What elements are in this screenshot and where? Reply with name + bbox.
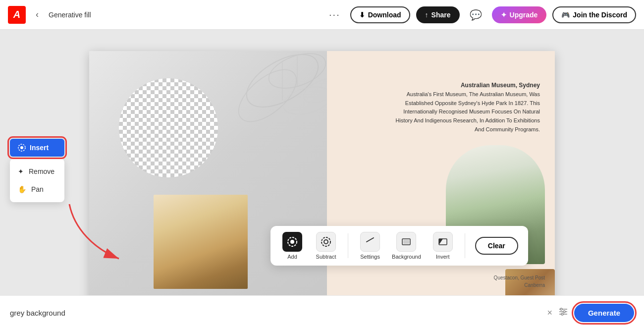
remove-icon: ✦ xyxy=(18,167,24,175)
museum-title: Australian Museum, Sydney xyxy=(391,81,540,90)
background-tool[interactable]: Background xyxy=(392,232,421,260)
left-panel xyxy=(89,51,327,309)
adobe-logo: A xyxy=(8,6,26,24)
botanical-photo xyxy=(154,195,248,289)
upgrade-button[interactable]: ✦ Upgrade xyxy=(492,6,547,23)
add-label: Add xyxy=(287,254,297,260)
prompt-settings-button[interactable] xyxy=(558,307,568,319)
back-button[interactable]: ‹ xyxy=(32,7,43,22)
svg-point-2 xyxy=(230,60,305,131)
svg-rect-13 xyxy=(403,240,409,244)
background-icon xyxy=(396,232,416,252)
transparent-selection xyxy=(119,78,218,177)
prompt-input[interactable] xyxy=(10,309,541,317)
subtract-label: Subtract xyxy=(316,254,336,260)
download-icon: ⬇ xyxy=(359,11,365,19)
share-icon: ↑ xyxy=(425,11,429,19)
settings-label: Settings xyxy=(360,254,380,260)
background-label: Background xyxy=(392,254,421,260)
page-title: Generative fill xyxy=(49,11,91,19)
bottom-caption: Questacon, Guest Post Canberra xyxy=(494,274,545,289)
more-options-button[interactable]: ··· xyxy=(325,7,344,22)
prompt-clear-button[interactable]: × xyxy=(547,308,552,318)
svg-point-10 xyxy=(324,240,328,244)
museum-text-block: Australian Museum, Sydney Australia's Fi… xyxy=(391,81,540,134)
toolbar-divider xyxy=(348,233,348,258)
invert-label: Invert xyxy=(436,254,450,260)
prompt-bar: × Generate xyxy=(0,295,644,330)
svg-point-23 xyxy=(563,311,565,313)
invert-tool[interactable]: Invert xyxy=(431,232,455,260)
svg-point-1 xyxy=(264,51,327,95)
discord-button[interactable]: 🎮 Join the Discord xyxy=(552,6,636,23)
insert-icon xyxy=(18,144,26,152)
svg-point-18 xyxy=(20,146,23,149)
svg-line-11 xyxy=(367,238,374,242)
svg-point-24 xyxy=(561,313,563,315)
photo-content xyxy=(154,195,248,289)
generate-button[interactable]: Generate xyxy=(574,304,634,322)
settings-tool[interactable]: Settings xyxy=(358,232,382,260)
canvas-area: Australian Museum, Sydney Australia's Fi… xyxy=(0,30,644,330)
remove-tool-item[interactable]: ✦ Remove xyxy=(10,163,64,180)
tool-panel: Insert ✦ Remove ✋ Pan xyxy=(10,139,64,202)
pan-tool-item[interactable]: ✋ Pan xyxy=(10,180,64,198)
upgrade-icon: ✦ xyxy=(501,11,507,19)
design-canvas: Australian Museum, Sydney Australia's Fi… xyxy=(89,51,555,309)
invert-icon xyxy=(433,232,453,252)
insert-button[interactable]: Insert xyxy=(10,139,64,157)
discord-icon: 🎮 xyxy=(561,11,570,19)
add-tool[interactable]: Add xyxy=(280,232,304,260)
subtract-icon xyxy=(316,232,336,252)
pan-icon: ✋ xyxy=(18,185,26,193)
share-button[interactable]: ↑ Share xyxy=(416,6,460,23)
svg-point-22 xyxy=(560,308,562,310)
clear-button[interactable]: Clear xyxy=(475,237,518,255)
museum-body: Australia's First Museum, The Australian… xyxy=(391,90,540,134)
tool-dropdown: ✦ Remove ✋ Pan xyxy=(10,159,64,202)
right-panel: Australian Museum, Sydney Australia's Fi… xyxy=(327,51,555,309)
download-button[interactable]: ⬇ Download xyxy=(350,6,410,23)
svg-point-9 xyxy=(322,237,330,246)
settings-sliders-icon xyxy=(558,307,568,317)
main-area: Australian Museum, Sydney Australia's Fi… xyxy=(0,30,644,330)
toolbar-divider-2 xyxy=(465,233,465,258)
add-icon xyxy=(282,232,302,252)
svg-marker-15 xyxy=(439,239,443,245)
svg-point-8 xyxy=(290,240,294,244)
header: A ‹ Generative fill ··· ⬇ Download ↑ Sha… xyxy=(0,0,644,30)
settings-icon xyxy=(360,232,380,252)
subtract-tool[interactable]: Subtract xyxy=(314,232,338,260)
comment-button[interactable]: 💬 xyxy=(466,7,486,23)
selection-toolbar: Add Subtract Settings xyxy=(270,226,528,266)
